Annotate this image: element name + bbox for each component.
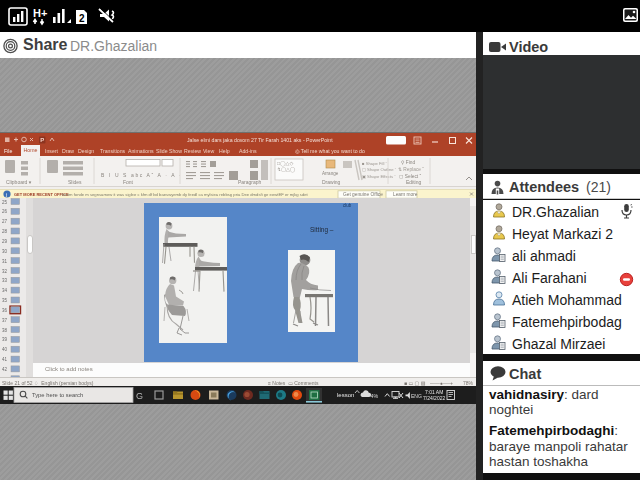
svg-text:31: 31	[2, 258, 8, 263]
svg-text:36: 36	[2, 307, 8, 312]
svg-text:2: 2	[79, 13, 85, 24]
svg-text:34: 34	[2, 288, 8, 293]
svg-text:GET MORE RECENT OFFICE: GET MORE RECENT OFFICE	[14, 192, 69, 197]
svg-text:39: 39	[2, 337, 8, 342]
svg-text:29: 29	[2, 238, 8, 243]
svg-text:lesson: lesson	[337, 392, 354, 398]
svg-text:7/24/2022: 7/24/2022	[423, 395, 445, 401]
svg-text:40: 40	[2, 347, 8, 352]
svg-text:27: 27	[2, 219, 8, 224]
svg-text:26: 26	[2, 209, 8, 214]
svg-text:28: 28	[2, 229, 8, 234]
svg-text:4%: 4%	[371, 393, 379, 399]
svg-text:G: G	[136, 391, 143, 401]
svg-text:H+: H+	[33, 7, 47, 19]
svg-text:33: 33	[2, 278, 8, 283]
svg-text:⚲ Find: ⚲ Find	[401, 160, 416, 165]
svg-text:B I U S abc Aˇ A · A ·: B I U S abc Aˇ A · A ·	[101, 172, 182, 178]
svg-text:Get genuine Office: Get genuine Office	[343, 192, 383, 197]
svg-text:⇅ Replace ˇ: ⇅ Replace ˇ	[398, 167, 424, 172]
svg-text:35: 35	[2, 298, 8, 303]
svg-text:32: 32	[2, 268, 8, 273]
svg-text:37: 37	[2, 317, 8, 322]
svg-text:ENG: ENG	[411, 393, 422, 399]
svg-text:Learn more: Learn more	[393, 192, 418, 197]
svg-text:Jalse elmi dars jaka dovom 27: Jalse elmi dars jaka dovom 27 Tir Farah …	[187, 137, 333, 143]
svg-text:P: P	[40, 137, 44, 143]
svg-text:↯▢△◯: ↯▢△◯	[277, 166, 296, 173]
svg-text:Type here to search: Type here to search	[32, 392, 83, 398]
svg-text:38: 38	[2, 327, 8, 332]
svg-text:▣ Shape Effects ˇ: ▣ Shape Effects ˇ	[362, 174, 396, 179]
svg-text:▢ Shape Outline ˇ: ▢ Shape Outline ˇ	[362, 167, 397, 172]
svg-text:25: 25	[2, 199, 8, 204]
svg-text:30: 30	[2, 248, 8, 253]
svg-text:41: 41	[2, 357, 8, 362]
svg-text:Arrange: Arrange	[322, 171, 339, 176]
svg-text:■ Shape Fill ˇ: ■ Shape Fill ˇ	[362, 161, 387, 166]
svg-text:42: 42	[2, 366, 8, 371]
svg-text:lorem fonde m segnsamew it was: lorem fonde m segnsamew it was siglee c …	[62, 192, 309, 197]
